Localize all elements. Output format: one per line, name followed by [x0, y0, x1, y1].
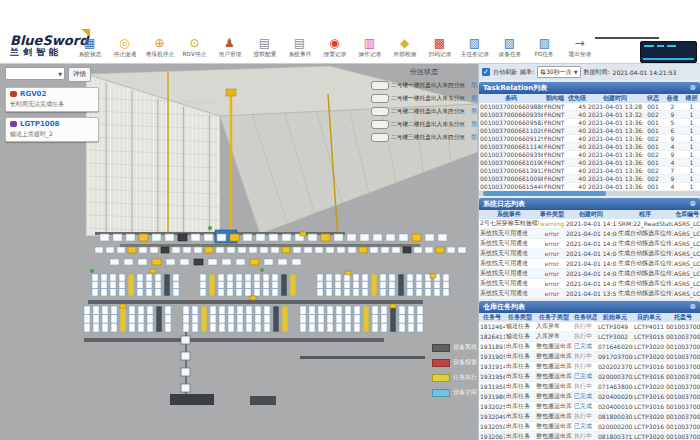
- column-header[interactable]: 朝向端: [543, 94, 567, 103]
- horizontal-scrollbar[interactable]: [479, 191, 700, 196]
- table-row[interactable]: 系统找无可用通道error2021-04-01 14:01:54生成自动拣选库位…: [479, 279, 700, 289]
- zone-action-link[interactable]: 禁用: [471, 133, 478, 142]
- table-cell: 生成自动拣选库位传递任务: [617, 229, 673, 239]
- column-header[interactable]: 任务号: [479, 313, 505, 322]
- column-header[interactable]: 条码: [479, 94, 543, 103]
- toolbar-item-退出登录[interactable]: →退出登录: [562, 36, 597, 58]
- column-header[interactable]: 起始单元: [597, 313, 633, 322]
- column-header[interactable]: 创建时间: [587, 94, 643, 103]
- table-row[interactable]: 00100370006611029457FRONT402021-04-01 13…: [479, 127, 700, 135]
- table-row[interactable]: 00100370006609356776FRONT402021-04-01 13…: [479, 111, 700, 119]
- detail-button[interactable]: 详情: [68, 67, 91, 82]
- table-row[interactable]: 1931958出库任务整包搬运出库执行中07146380042LCTP30200…: [479, 382, 700, 392]
- table-row[interactable]: 00100370006611140190FRONT402021-04-01 13…: [479, 143, 700, 151]
- column-header[interactable]: 任务类型: [505, 313, 535, 322]
- column-header[interactable]: 仓库编号: [673, 210, 700, 219]
- mini-status-thumbnail[interactable]: [640, 41, 697, 63]
- column-header[interactable]: 程序: [617, 210, 673, 219]
- table-cell: LCTP3049: [597, 322, 633, 332]
- refresh-rate-select[interactable]: 每30秒一次 ▼: [537, 66, 581, 78]
- table-row[interactable]: 2号七层穿梭车校验模块-串联长度warning2021-04-01 14:12:…: [479, 219, 700, 229]
- table-row[interactable]: 1931914出库任务整包搬运出库执行中02020237033LCTP30160…: [479, 362, 700, 372]
- toolbar-item-操作记录[interactable]: ▥操作记录: [352, 36, 387, 58]
- panel-close-icon[interactable]: ⊗: [689, 199, 696, 209]
- column-header[interactable]: 优先级: [567, 94, 587, 103]
- column-header[interactable]: 目的单元: [633, 313, 665, 322]
- table-row[interactable]: 1932049出库任务整包搬运出库执行中08180003032LCTP30200…: [479, 412, 700, 422]
- device-alert-card[interactable]: RGV02长时间无法完成任务: [5, 87, 99, 112]
- device-select[interactable]: ▼: [5, 67, 65, 80]
- column-header[interactable]: 巷道: [663, 94, 682, 103]
- auto-refresh-checkbox[interactable]: ✓: [482, 68, 490, 76]
- toolbar-item-外部检测[interactable]: ◆外部检测: [387, 36, 422, 58]
- table-row[interactable]: 1826411输送任务入库异常执行中LCTP3002LCTP3015001003…: [479, 332, 700, 342]
- panel-close-icon[interactable]: ⊗: [689, 83, 696, 93]
- column-header[interactable]: 楼层: [682, 94, 700, 103]
- toolbar-item-系统状态[interactable]: ▦系统状态: [72, 36, 107, 58]
- column-header[interactable]: 事件类型: [539, 210, 565, 219]
- panel-close-icon[interactable]: ⊗: [689, 302, 696, 312]
- table-row[interactable]: 1932067出库任务整包搬运出库执行中08180037132LCTP30200…: [479, 432, 700, 440]
- toolbar-item-主任务记录[interactable]: ▧主任务记录: [457, 36, 492, 58]
- table-cell: 出库任务: [505, 412, 535, 422]
- scrollbar-thumb[interactable]: [483, 191, 605, 196]
- table-row[interactable]: 00100370006609125123FRONT402021-04-01 13…: [479, 135, 700, 143]
- toolbar-item-堆垛机停止[interactable]: ⊕堆垛机停止: [142, 36, 177, 58]
- column-header[interactable]: 创建时间: [565, 210, 617, 219]
- table-row[interactable]: 1812464输送任务入库异常执行中LCTP3049LCTP4011001003…: [479, 322, 700, 332]
- zone-toggle-button[interactable]: [371, 133, 389, 142]
- table-cell: FRONT: [543, 127, 567, 135]
- table-row[interactable]: 系统找无可用通道error2021-04-01 14:06:57生成自动拣选库位…: [479, 229, 700, 239]
- table-row[interactable]: 1931891出库任务整包搬运出库已完成07164602082LCTP30200…: [479, 342, 700, 352]
- table-row[interactable]: 系统找无可用通道error2021-04-01 14:05:56生成自动拣选库位…: [479, 239, 700, 249]
- column-header[interactable]: 托盘号: [665, 313, 700, 322]
- warehouse-3d-view[interactable]: ▼ 详情 RGV02长时间无法完成任务LGTP1008输送上货超时_2 分区状态…: [0, 64, 478, 440]
- toolbar-item-授权配置[interactable]: ▤授权配置: [247, 36, 282, 58]
- column-header[interactable]: 任务子类型: [535, 313, 573, 322]
- device-id-link[interactable]: RGV02: [20, 90, 46, 98]
- table-row[interactable]: 1931956出库任务整包搬运出库已完成02000037022LCTP30160…: [479, 372, 700, 382]
- table-cell: 40: [567, 127, 587, 135]
- toolbar-item-系统事件[interactable]: ▤系统事件: [282, 36, 317, 58]
- table-row[interactable]: 1932050出库任务整包搬运出库已完成02000020011LCTP30160…: [479, 422, 700, 432]
- zone-action-link[interactable]: 禁用: [471, 94, 478, 103]
- toolbar-item-PG任务[interactable]: ▧PG任务: [527, 36, 562, 58]
- table-row[interactable]: 00100370006615449651FRONT402021-04-01 13…: [479, 183, 700, 191]
- table-row[interactable]: 00100370006609886219FRONT452021-04-01 13…: [479, 103, 700, 111]
- column-header[interactable]: 状态: [643, 94, 663, 103]
- pg-task-icon: ▧: [539, 36, 550, 50]
- toolbar-item-停止派遣[interactable]: ◎停止派遣: [107, 36, 142, 58]
- table-row[interactable]: 系统找无可用通道error2021-04-01 14:04:56生成自动拣选库位…: [479, 249, 700, 259]
- device-id-link[interactable]: LGTP1008: [20, 120, 59, 128]
- table-row[interactable]: 系统找无可用通道error2021-04-01 14:02:55生成自动拣选库位…: [479, 269, 700, 279]
- column-header[interactable]: 系统事件: [479, 210, 539, 219]
- table-row[interactable]: 00100370006609356770FRONT402021-04-01 13…: [479, 151, 700, 159]
- table-row[interactable]: 系统找无可用通道error2021-04-01 14:03:55生成自动拣选库位…: [479, 259, 700, 269]
- column-header[interactable]: 任务状态: [573, 313, 597, 322]
- toolbar-item-报警记录[interactable]: ◉报警记录: [317, 36, 352, 58]
- panel-header: 系统日志列表⊗: [479, 198, 700, 210]
- table-cell: 002: [643, 135, 663, 143]
- table-row[interactable]: 1932025出库任务整包搬运出库已完成02040001062LCTP30160…: [479, 402, 700, 412]
- zone-toggle-button[interactable]: [371, 107, 389, 116]
- table-cell: 1: [682, 135, 700, 143]
- toolbar-item-label: 退出登录: [568, 50, 591, 58]
- zone-toggle-button[interactable]: [371, 120, 389, 129]
- table-row[interactable]: 00100370006610098881FRONT402021-04-01 13…: [479, 175, 700, 183]
- toolbar-item-扫码记录[interactable]: ▩扫码记录: [422, 36, 457, 58]
- zone-action-link[interactable]: 禁用: [471, 120, 478, 129]
- table-row[interactable]: 1931980出库任务整包搬运出库已完成02040002081LCTP30160…: [479, 392, 700, 402]
- table-row[interactable]: 00100370006609582162FRONT402021-04-01 13…: [479, 119, 700, 127]
- table-row[interactable]: 00100370006613912005FRONT402021-04-01 13…: [479, 167, 700, 175]
- device-alert-card[interactable]: LGTP1008输送上货超时_2: [5, 117, 99, 142]
- zone-toggle-button[interactable]: [371, 81, 389, 90]
- zone-action-link[interactable]: 禁用: [471, 81, 478, 90]
- zone-action-link[interactable]: 禁用: [471, 107, 478, 116]
- table-row[interactable]: 系统找无可用通道error2021-04-01 13:57:49生成自动拣选库位…: [479, 289, 700, 299]
- table-row[interactable]: 00100370006610190619FRONT402021-04-01 13…: [479, 159, 700, 167]
- table-row[interactable]: 1931905出库任务整包搬运出库执行中09170370061LCTP30200…: [479, 352, 700, 362]
- zone-toggle-button[interactable]: [371, 94, 389, 103]
- toolbar-item-设备任务[interactable]: ▧设备任务: [492, 36, 527, 58]
- toolbar-item-RGV停止[interactable]: ⊙RGV停止: [177, 36, 212, 58]
- toolbar-item-用户管理[interactable]: ♟用户管理: [212, 36, 247, 58]
